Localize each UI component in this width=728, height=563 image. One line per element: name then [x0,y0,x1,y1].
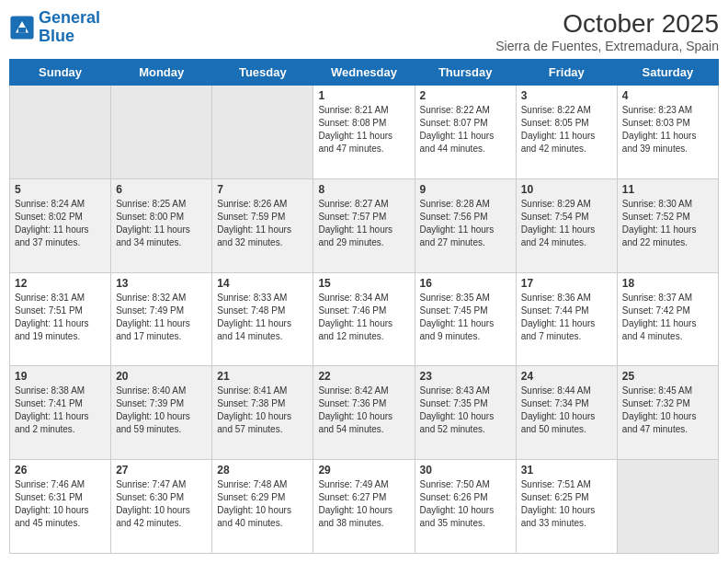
day-number: 7 [217,183,308,196]
calendar-cell: 6Sunrise: 8:25 AM Sunset: 8:00 PM Daylig… [111,178,212,272]
day-number: 18 [622,277,713,290]
calendar-cell: 2Sunrise: 8:22 AM Sunset: 8:07 PM Daylig… [415,86,516,179]
calendar-cell: 30Sunrise: 7:50 AM Sunset: 6:26 PM Dayli… [415,460,516,554]
day-number: 8 [318,183,409,196]
calendar-cell: 23Sunrise: 8:43 AM Sunset: 7:35 PM Dayli… [415,366,516,460]
day-number: 15 [318,277,409,290]
logo-line2: Blue [39,27,74,45]
calendar-cell [111,86,212,179]
day-info: Sunrise: 8:44 AM Sunset: 7:34 PM Dayligh… [521,385,612,436]
subtitle: Sierra de Fuentes, Extremadura, Spain [495,39,719,53]
day-number: 13 [116,277,207,290]
logo-icon [9,15,35,40]
day-number: 29 [318,464,409,477]
logo-line1: General [39,8,100,27]
day-info: Sunrise: 8:37 AM Sunset: 7:42 PM Dayligh… [622,292,713,343]
day-info: Sunrise: 7:50 AM Sunset: 6:26 PM Dayligh… [420,478,511,530]
calendar-cell [212,86,313,179]
calendar-cell: 4Sunrise: 8:23 AM Sunset: 8:03 PM Daylig… [617,86,718,179]
calendar-cell: 29Sunrise: 7:49 AM Sunset: 6:27 PM Dayli… [313,460,415,554]
day-info: Sunrise: 7:49 AM Sunset: 6:27 PM Dayligh… [318,478,409,530]
header: General Blue October 2025 Sierra de Fuen… [9,9,719,53]
day-number: 9 [420,183,511,196]
day-number: 14 [217,277,308,290]
calendar-cell [10,86,111,179]
title-block: October 2025 Sierra de Fuentes, Extremad… [495,9,719,53]
day-info: Sunrise: 8:25 AM Sunset: 8:00 PM Dayligh… [116,198,207,249]
col-monday: Monday [111,60,212,86]
col-tuesday: Tuesday [212,60,313,86]
calendar-week-2: 5Sunrise: 8:24 AM Sunset: 8:02 PM Daylig… [10,178,719,272]
calendar-cell: 13Sunrise: 8:32 AM Sunset: 7:49 PM Dayli… [111,272,212,366]
calendar-cell: 27Sunrise: 7:47 AM Sunset: 6:30 PM Dayli… [111,460,212,554]
day-info: Sunrise: 8:22 AM Sunset: 8:05 PM Dayligh… [521,104,612,155]
calendar-cell: 3Sunrise: 8:22 AM Sunset: 8:05 PM Daylig… [516,86,617,179]
day-info: Sunrise: 8:21 AM Sunset: 8:08 PM Dayligh… [318,104,409,155]
day-info: Sunrise: 7:47 AM Sunset: 6:30 PM Dayligh… [116,478,207,530]
calendar-cell: 17Sunrise: 8:36 AM Sunset: 7:44 PM Dayli… [516,272,617,366]
day-number: 5 [15,183,106,196]
day-number: 19 [15,370,106,383]
calendar-cell: 12Sunrise: 8:31 AM Sunset: 7:51 PM Dayli… [10,272,111,366]
day-info: Sunrise: 8:45 AM Sunset: 7:32 PM Dayligh… [622,385,713,436]
calendar-week-5: 26Sunrise: 7:46 AM Sunset: 6:31 PM Dayli… [10,460,719,554]
calendar-cell: 18Sunrise: 8:37 AM Sunset: 7:42 PM Dayli… [617,272,718,366]
calendar-cell: 15Sunrise: 8:34 AM Sunset: 7:46 PM Dayli… [313,272,415,366]
day-info: Sunrise: 8:35 AM Sunset: 7:45 PM Dayligh… [420,292,511,343]
day-info: Sunrise: 8:42 AM Sunset: 7:36 PM Dayligh… [318,385,409,436]
day-number: 16 [420,277,511,290]
day-info: Sunrise: 8:28 AM Sunset: 7:56 PM Dayligh… [420,198,511,249]
col-friday: Friday [516,60,617,86]
day-info: Sunrise: 8:23 AM Sunset: 8:03 PM Dayligh… [622,104,713,155]
calendar-table: Sunday Monday Tuesday Wednesday Thursday… [9,59,719,554]
day-number: 28 [217,464,308,477]
calendar-cell: 31Sunrise: 7:51 AM Sunset: 6:25 PM Dayli… [516,460,617,554]
day-number: 17 [521,277,612,290]
calendar-cell: 21Sunrise: 8:41 AM Sunset: 7:38 PM Dayli… [212,366,313,460]
calendar-cell: 24Sunrise: 8:44 AM Sunset: 7:34 PM Dayli… [516,366,617,460]
day-number: 1 [318,89,409,102]
calendar-cell: 1Sunrise: 8:21 AM Sunset: 8:08 PM Daylig… [313,86,415,179]
day-info: Sunrise: 8:34 AM Sunset: 7:46 PM Dayligh… [318,292,409,343]
calendar-cell: 14Sunrise: 8:33 AM Sunset: 7:48 PM Dayli… [212,272,313,366]
day-info: Sunrise: 7:48 AM Sunset: 6:29 PM Dayligh… [217,478,308,530]
day-number: 21 [217,370,308,383]
day-number: 3 [521,89,612,102]
day-info: Sunrise: 8:31 AM Sunset: 7:51 PM Dayligh… [15,292,106,343]
day-info: Sunrise: 8:26 AM Sunset: 7:59 PM Dayligh… [217,198,308,249]
calendar-week-3: 12Sunrise: 8:31 AM Sunset: 7:51 PM Dayli… [10,272,719,366]
calendar-cell: 19Sunrise: 8:38 AM Sunset: 7:41 PM Dayli… [10,366,111,460]
day-info: Sunrise: 7:46 AM Sunset: 6:31 PM Dayligh… [15,478,106,530]
day-number: 2 [420,89,511,102]
calendar-cell: 8Sunrise: 8:27 AM Sunset: 7:57 PM Daylig… [313,178,415,272]
col-saturday: Saturday [617,60,718,86]
day-number: 12 [15,277,106,290]
calendar-week-4: 19Sunrise: 8:38 AM Sunset: 7:41 PM Dayli… [10,366,719,460]
day-info: Sunrise: 8:41 AM Sunset: 7:38 PM Dayligh… [217,385,308,436]
col-sunday: Sunday [10,60,111,86]
calendar-cell [617,460,718,554]
day-info: Sunrise: 8:24 AM Sunset: 8:02 PM Dayligh… [15,198,106,249]
day-number: 30 [420,464,511,477]
day-info: Sunrise: 8:43 AM Sunset: 7:35 PM Dayligh… [420,385,511,436]
col-wednesday: Wednesday [313,60,415,86]
day-info: Sunrise: 7:51 AM Sunset: 6:25 PM Dayligh… [521,478,612,530]
day-number: 10 [521,183,612,196]
day-info: Sunrise: 8:40 AM Sunset: 7:39 PM Dayligh… [116,385,207,436]
col-thursday: Thursday [415,60,516,86]
day-number: 27 [116,464,207,477]
day-number: 25 [622,370,713,383]
day-info: Sunrise: 8:36 AM Sunset: 7:44 PM Dayligh… [521,292,612,343]
day-number: 23 [420,370,511,383]
day-info: Sunrise: 8:33 AM Sunset: 7:48 PM Dayligh… [217,292,308,343]
calendar-cell: 25Sunrise: 8:45 AM Sunset: 7:32 PM Dayli… [617,366,718,460]
logo-text: General Blue [39,9,100,46]
day-info: Sunrise: 8:27 AM Sunset: 7:57 PM Dayligh… [318,198,409,249]
calendar-cell: 7Sunrise: 8:26 AM Sunset: 7:59 PM Daylig… [212,178,313,272]
day-info: Sunrise: 8:38 AM Sunset: 7:41 PM Dayligh… [15,385,106,436]
calendar-week-1: 1Sunrise: 8:21 AM Sunset: 8:08 PM Daylig… [10,86,719,179]
calendar-cell: 28Sunrise: 7:48 AM Sunset: 6:29 PM Dayli… [212,460,313,554]
calendar-cell: 5Sunrise: 8:24 AM Sunset: 8:02 PM Daylig… [10,178,111,272]
day-info: Sunrise: 8:30 AM Sunset: 7:52 PM Dayligh… [622,198,713,249]
svg-rect-2 [18,28,26,33]
